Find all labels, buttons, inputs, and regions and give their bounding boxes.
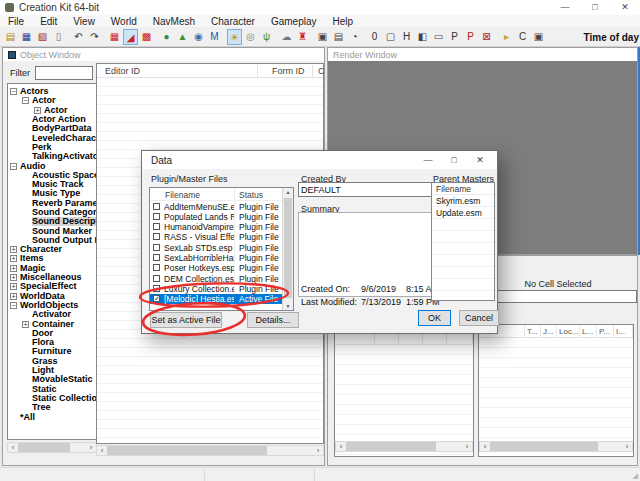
checkbox-icon[interactable] [153, 285, 160, 292]
cancel-button[interactable]: Cancel [459, 310, 499, 326]
minimize-icon[interactable]: — [550, 0, 580, 15]
dialog-close-icon[interactable]: ✕ [467, 151, 493, 169]
snap-angle-icon[interactable]: ◢ [123, 29, 138, 45]
cell-objects-col-j[interactable]: J... [541, 325, 557, 337]
scroll-right-icon[interactable]: › [462, 442, 472, 451]
file-row-poser-hotkeys-esp[interactable]: Poser Hotkeys.espPlugin File [150, 263, 293, 273]
animation-icon[interactable]: M [207, 29, 222, 45]
cell-objects-col-i[interactable]: I... [614, 325, 633, 337]
menu-file[interactable]: File [0, 16, 32, 27]
scroll-left-icon[interactable]: ‹ [336, 442, 346, 451]
expand-icon[interactable]: + [10, 274, 17, 281]
papyrus-red-icon[interactable]: P [463, 29, 478, 45]
checkbox-icon[interactable] [153, 203, 160, 210]
cell-objects-col-loc[interactable]: Loc... [557, 325, 580, 337]
cell-objects-col-t[interactable]: T... [525, 325, 541, 337]
snap-grid-icon[interactable]: ▦ [107, 29, 122, 45]
zero-weather-icon[interactable]: 0 [367, 29, 382, 45]
set-as-active-file-button[interactable]: Set as Active File [150, 312, 222, 328]
col-editor-id[interactable]: Editor ID [105, 66, 140, 76]
cube-icon[interactable]: ◧ [415, 29, 430, 45]
plugin-file-list[interactable]: Filename Status AddItemMenuSE.espPlugin … [149, 187, 294, 311]
list-hscrollbar[interactable]: ‹ › [96, 445, 324, 456]
cell-list-body[interactable] [335, 345, 473, 456]
tree-item-tree[interactable]: Tree [8, 403, 96, 412]
file-row-humanoidvampires-esp[interactable]: HumanoidVampires.espPlugin File [150, 222, 293, 232]
pointer-icon[interactable]: ▸ [499, 29, 514, 45]
maximize-icon[interactable]: □ [580, 0, 610, 15]
file-row-sexlabhorribleharass[interactable]: SexLabHorribleHarass...Plugin File [150, 252, 293, 262]
dialog-maximize-icon[interactable]: □ [441, 151, 467, 169]
expand-icon[interactable]: + [10, 283, 17, 290]
collapse-icon[interactable]: − [22, 97, 29, 104]
checkbox-icon[interactable] [153, 233, 160, 240]
undo-icon[interactable]: ↶ [71, 29, 86, 45]
checkbox-icon[interactable] [153, 275, 160, 282]
cell-objects-col-l[interactable]: L... [580, 325, 597, 337]
file-row-sexlab-stds-esp[interactable]: SexLab STDs.espPlugin File [150, 242, 293, 252]
flat-view-icon[interactable]: ▭ [431, 29, 446, 45]
cell-window-icon[interactable]: C [515, 29, 530, 45]
delete-icon[interactable]: ▯ [51, 29, 66, 45]
cell-objects-header[interactable]: T...J...Loc...L...P...I... [479, 325, 633, 338]
grass-icon[interactable]: ψ [259, 29, 274, 45]
collapse-icon[interactable]: − [10, 88, 17, 95]
havok-camera-icon[interactable]: ◉ [191, 29, 206, 45]
scroll-right-icon[interactable]: › [622, 442, 632, 451]
scroll-right-icon[interactable]: › [313, 446, 323, 455]
checkbox-icon[interactable] [153, 213, 160, 220]
expand-icon[interactable]: + [10, 255, 17, 262]
warning-tower-icon[interactable]: ♜ [295, 29, 310, 45]
scroll-up-icon[interactable]: ▲ [283, 189, 293, 195]
data-dialog-titlebar[interactable]: Data — □ ✕ [142, 151, 497, 169]
checkbox-icon[interactable] [153, 244, 160, 251]
col-filename[interactable]: Filename [165, 190, 200, 200]
scroll-left-icon[interactable]: ‹ [97, 446, 107, 455]
file-row-populated-lands-roa[interactable]: Populated Lands Roa...Plugin File [150, 211, 293, 221]
redo-icon[interactable]: ↷ [87, 29, 102, 45]
file-list-vscrollbar[interactable]: ▲ ▼ [282, 188, 293, 310]
plugin-file-list-header[interactable]: Filename Status [150, 188, 293, 201]
tree-hscrollbar[interactable]: ‹ › [7, 442, 97, 453]
menu-navmesh[interactable]: NavMesh [145, 16, 203, 27]
tree-item-static-collection[interactable]: Static Collection [8, 394, 96, 403]
scroll-right-icon[interactable]: › [86, 443, 96, 452]
dialogue-icon[interactable]: ☁ [279, 29, 294, 45]
file-row-melodic-hestia-esp[interactable]: ✓[Melodic] Hestia.espActive File [150, 294, 293, 304]
expand-icon[interactable]: + [34, 107, 41, 114]
save-icon[interactable]: ▦ [19, 29, 34, 45]
col-form-id[interactable]: Form ID [272, 66, 305, 76]
object-window-titlebar[interactable]: Object Window [3, 48, 324, 61]
save-version-icon[interactable]: ▧ [35, 29, 50, 45]
parent-master-row[interactable]: Update.esm [432, 207, 494, 219]
file-row-dem-collection-esp[interactable]: DEM Collection.espPlugin File [150, 273, 293, 283]
checkbox-icon[interactable] [153, 264, 160, 271]
close-icon[interactable]: ✕ [610, 0, 640, 15]
menu-edit[interactable]: Edit [32, 16, 65, 27]
cascade-windows-icon[interactable]: ▣ [315, 29, 330, 45]
tree-item-all[interactable]: *All [8, 412, 96, 421]
cell-objects-body[interactable] [479, 338, 633, 456]
ok-button[interactable]: OK [418, 310, 451, 326]
scroll-left-icon[interactable]: ‹ [8, 443, 18, 452]
open-icon[interactable]: ▤ [3, 29, 18, 45]
menu-view[interactable]: View [65, 16, 103, 27]
expand-icon[interactable]: + [10, 293, 17, 300]
world-icon[interactable]: ● [159, 29, 174, 45]
col-status[interactable]: Status [239, 190, 263, 200]
render-window-titlebar[interactable]: Render Window [328, 48, 637, 61]
parent-masters-list[interactable]: Filename Skyrim.esmUpdate.esm [431, 182, 495, 301]
editor-id-list-header[interactable]: Editor ID Form ID C [97, 64, 323, 78]
preferences-window-icon[interactable]: ▣ [531, 29, 546, 45]
cell-objects-table[interactable]: T...J...Loc...L...P...I... [478, 324, 634, 457]
landscape-icon[interactable]: ▲ [175, 29, 190, 45]
window-icon[interactable]: ▢ [383, 29, 398, 45]
checkbox-icon[interactable] [153, 223, 160, 230]
sound-icon[interactable]: ◎ [243, 29, 258, 45]
collapse-icon[interactable]: − [10, 302, 17, 309]
cell-list-table[interactable] [334, 331, 474, 457]
clock-icon[interactable]: ◔ [347, 29, 362, 45]
expand-icon[interactable]: + [22, 321, 29, 328]
file-row-rass-visual-effects[interactable]: RASS - Visual Effects...Plugin File [150, 232, 293, 242]
lights-icon[interactable]: ☀ [227, 29, 242, 45]
